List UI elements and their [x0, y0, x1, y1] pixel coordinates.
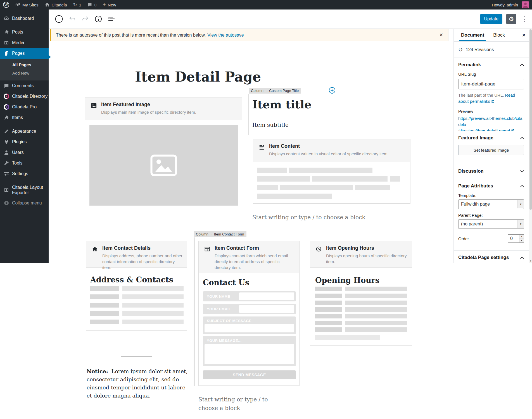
- text-placeholder-bar: [315, 294, 342, 298]
- sidebar-item-collapse-menu[interactable]: Collapse menu: [0, 198, 49, 208]
- block-inserter-plus-icon[interactable]: [329, 87, 336, 94]
- notice-paragraph[interactable]: Notice: Lorem ipsum dolor sit amet, cons…: [87, 367, 191, 400]
- new-content-menu[interactable]: + New: [100, 0, 119, 9]
- block-item-contact-details[interactable]: Item Contact Details Displays address, p…: [86, 241, 187, 331]
- admin-bar-right: Howdy, admin: [489, 0, 532, 9]
- block-title: Item Contact Form: [215, 245, 259, 251]
- sidebar-item-citadela-layout-exporter[interactable]: Citadela Layout Exporter: [0, 182, 49, 198]
- collapse-icon: [3, 200, 9, 206]
- permalink-panel-header[interactable]: Permalink: [454, 58, 529, 72]
- submenu-add-new[interactable]: Add New: [0, 69, 49, 77]
- howdy-label: Howdy, admin: [492, 3, 518, 7]
- page-attributes-panel-header[interactable]: Page Attributes: [454, 179, 529, 193]
- block-item-featured-image[interactable]: Item Featured Image Displays main item i…: [85, 97, 242, 209]
- sidebar-item-label: Dashboard: [12, 16, 34, 21]
- sidebar-item-appearance[interactable]: Appearance: [0, 126, 49, 137]
- template-select[interactable]: Fullwidth page ▼: [458, 199, 524, 209]
- parent-page-select[interactable]: (no parent) ▼: [458, 219, 524, 229]
- column-selection-indicator: [194, 237, 195, 386]
- citadela-directory-icon: [3, 94, 9, 99]
- post-title-field[interactable]: Item Detail Page: [135, 70, 261, 84]
- undo-icon[interactable]: [69, 16, 76, 22]
- sidebar-item-posts[interactable]: Posts: [0, 27, 49, 37]
- sidebar-item-tools[interactable]: Tools: [0, 158, 49, 168]
- item-subtitle-block[interactable]: Item subtitle: [252, 122, 289, 128]
- wordpress-logo-menu[interactable]: W: [0, 0, 12, 9]
- updates-menu[interactable]: ↻ 1: [70, 0, 85, 9]
- panel-title: Permalink: [458, 62, 481, 68]
- content-structure-icon[interactable]: [94, 15, 102, 23]
- order-input[interactable]: [508, 235, 519, 242]
- sidebar-item-settings[interactable]: Settings: [0, 168, 49, 179]
- revisions-row[interactable]: ↺ 124 Revisions: [454, 42, 529, 58]
- chevron-down-icon: [520, 170, 524, 173]
- avatar: [522, 1, 529, 8]
- block-header: Item Contact Form Displays contact form …: [199, 241, 299, 273]
- update-button[interactable]: Update: [480, 14, 502, 24]
- field-label: YOUR NAME: [207, 294, 230, 299]
- contact-form-heading: Contact Us: [203, 278, 249, 287]
- block-title: Item Content: [269, 143, 300, 149]
- preview-url-link[interactable]: https://preview.ait-themes.club/citadela…: [458, 115, 524, 131]
- tab-block[interactable]: Block: [491, 29, 507, 41]
- text-placeholder-bar: [315, 307, 342, 312]
- notice-dismiss-icon[interactable]: ✕: [439, 32, 443, 38]
- stepper-up-icon[interactable]: ▴: [519, 235, 524, 239]
- my-account-menu[interactable]: Howdy, admin: [489, 0, 532, 9]
- image-icon: [91, 103, 97, 109]
- scrollbar-thumb[interactable]: [529, 29, 532, 210]
- block-item-content[interactable]: Item Content Displays content written in…: [253, 139, 410, 204]
- text-placeholder-bar: [90, 320, 119, 324]
- featured-image-panel-header[interactable]: Featured Image: [454, 131, 529, 145]
- empty-paragraph-placeholder[interactable]: Start writing or type / to choose a bloc…: [252, 213, 365, 222]
- sidebar-item-plugins[interactable]: Plugins: [0, 137, 49, 147]
- sidebar-item-comments[interactable]: Comments: [0, 80, 49, 91]
- media-icon: [3, 40, 9, 46]
- block-header: Item Contact Details Displays address, p…: [86, 241, 187, 268]
- order-label: Order: [458, 236, 469, 241]
- sidebar-item-dashboard[interactable]: Dashboard: [0, 13, 49, 24]
- block-inserter-button[interactable]: [55, 15, 63, 23]
- my-sites-menu[interactable]: My Sites: [12, 0, 42, 9]
- block-header: Item Featured Image Displays main item i…: [85, 98, 242, 120]
- citadela-settings-panel-header[interactable]: Citadela Page settings: [454, 251, 529, 263]
- redo-icon[interactable]: [82, 16, 89, 22]
- field-textarea: [205, 344, 294, 364]
- sidebar-item-media[interactable]: Media: [0, 37, 49, 48]
- site-name-menu[interactable]: Citadela: [42, 0, 70, 9]
- block-item-contact-form[interactable]: Item Contact Form Displays contact form …: [198, 241, 300, 386]
- sidebar-item-users[interactable]: Users: [0, 147, 49, 158]
- url-slug-label: URL Slug: [458, 72, 524, 77]
- url-slug-input[interactable]: [458, 79, 524, 89]
- scrollbar-down-arrow-icon[interactable]: ▼: [529, 260, 532, 262]
- sidebar-item-label: Items: [12, 115, 23, 120]
- column-selection-indicator: [248, 94, 249, 135]
- sidebar-item-citadela-directory[interactable]: Citadela Directory: [0, 91, 49, 102]
- sidebar-item-items[interactable]: Items: [0, 112, 49, 123]
- page-attributes-panel-body: Template: Fullwidth page ▼ Parent Page: …: [454, 193, 529, 247]
- close-sidebar-icon[interactable]: ✕: [522, 32, 526, 38]
- stepper-down-icon[interactable]: ▾: [519, 239, 524, 243]
- item-title-block[interactable]: Item title: [252, 98, 312, 111]
- sidebar-item-pages[interactable]: Pages: [0, 48, 49, 59]
- block-item-opening-hours[interactable]: Item Opening Hours Displays opening hour…: [310, 241, 412, 346]
- discussion-panel-header[interactable]: Discussion: [454, 164, 529, 178]
- more-options-kebab-icon[interactable]: ⋮: [520, 15, 529, 23]
- set-featured-image-button[interactable]: Set featured image: [458, 145, 524, 155]
- form-message-field: YOUR MESSAGE...: [203, 336, 296, 366]
- pushpin-icon: [3, 115, 9, 121]
- text-placeholder-bar: [315, 321, 342, 325]
- empty-paragraph-placeholder[interactable]: Start writing or type / to choose a bloc…: [198, 395, 281, 413]
- separator-block[interactable]: [121, 356, 152, 357]
- sidebar-item-label: Posts: [12, 30, 23, 35]
- tab-document[interactable]: Document: [459, 29, 486, 41]
- sidebar-scrollbar: ▼: [529, 29, 532, 263]
- view-autosave-link[interactable]: View the autosave: [207, 33, 244, 38]
- sidebar-item-citadela-pro[interactable]: Citadela Pro: [0, 102, 49, 112]
- block-navigation-icon[interactable]: [108, 16, 115, 22]
- sidebar-item-label: Media: [12, 40, 24, 45]
- comments-menu[interactable]: 0: [84, 0, 99, 9]
- settings-gear-button[interactable]: ⚙: [506, 14, 516, 24]
- submenu-all-pages[interactable]: All Pages: [0, 61, 49, 69]
- column-breadcrumb-label: Column → Custom Page Title: [249, 88, 301, 94]
